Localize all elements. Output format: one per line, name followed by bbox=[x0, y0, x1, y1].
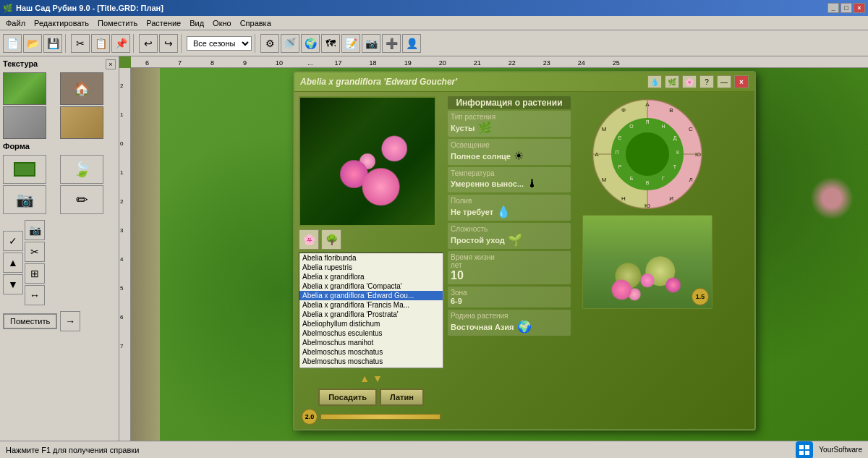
tb-note[interactable]: 📝 bbox=[341, 34, 360, 53]
title-bar-controls: _ □ × bbox=[827, 3, 865, 13]
svg-text:П: П bbox=[615, 150, 618, 155]
tool-up[interactable]: ▲ bbox=[3, 253, 23, 273]
texture-label: Текстура bbox=[3, 59, 38, 68]
lifetime-value: 10 bbox=[451, 269, 464, 282]
plant-item-11[interactable]: Abelmoschus moschatus bbox=[299, 357, 443, 366]
dlg-close-button[interactable]: × bbox=[734, 75, 749, 88]
tb-health[interactable]: ➕ bbox=[382, 34, 401, 53]
complexity-value-row: Простой уход 🌱 bbox=[451, 233, 568, 247]
garden-canvas[interactable]: 6 7 8 9 10 ... 17 18 19 20 21 22 23 24 2… bbox=[119, 56, 868, 441]
dialog-left-column: 🌸 🌳 Abelia floribunda Abelia rupestris A… bbox=[299, 96, 443, 425]
svg-rect-33 bbox=[805, 445, 809, 449]
place-button[interactable]: Поместить bbox=[3, 313, 57, 329]
texture-grass[interactable] bbox=[3, 72, 46, 105]
scale-bar[interactable] bbox=[320, 414, 441, 420]
tb-undo[interactable]: ↩ bbox=[139, 34, 158, 53]
plant-item-8[interactable]: Abelmoschus esculentus bbox=[299, 328, 443, 338]
main-area: Текстура × 🏠 Форма 🍃 📷 ✏ ✓ ▲ ▼ 📷 bbox=[0, 56, 868, 441]
dlg-leaf-icon[interactable]: 🌿 bbox=[665, 75, 679, 88]
tb-settings[interactable]: ⚙ bbox=[260, 34, 279, 53]
tool-arrow[interactable]: → bbox=[60, 311, 80, 331]
shape-tool[interactable]: ✏ bbox=[60, 185, 103, 214]
temp-icon: 🌡 bbox=[527, 177, 538, 190]
tb-map[interactable]: 🗺 bbox=[321, 34, 340, 53]
dlg-flower-icon[interactable]: 🌸 bbox=[682, 75, 697, 88]
tool-grid[interactable]: ⊞ bbox=[25, 263, 45, 284]
minimize-button[interactable]: _ bbox=[827, 3, 839, 13]
sep4 bbox=[255, 34, 258, 53]
plant-item-3[interactable]: Abelia x grandiflora 'Compacta' bbox=[299, 281, 443, 291]
list-scroll-up[interactable]: ▲ bbox=[359, 373, 370, 384]
lifetime-label: Время жизни лет bbox=[451, 253, 568, 269]
menu-help[interactable]: Справка bbox=[236, 18, 276, 28]
tool-camera2[interactable]: 📷 bbox=[25, 220, 45, 240]
info-temp: Температура Умеренно вынос... 🌡 bbox=[448, 167, 571, 192]
ruler-horizontal: 6 7 8 9 10 ... 17 18 19 20 21 22 23 24 2… bbox=[131, 56, 868, 68]
dialog-controls: 💧 🌿 🌸 ? — × bbox=[647, 75, 749, 88]
shape-camera[interactable]: 📷 bbox=[3, 185, 46, 214]
tb-copy[interactable]: 📋 bbox=[91, 34, 110, 53]
plant-button[interactable]: Посадить bbox=[318, 389, 377, 406]
menu-file[interactable]: Файл bbox=[1, 18, 30, 28]
texture-house[interactable]: 🏠 bbox=[60, 72, 103, 105]
tb-person[interactable]: 👤 bbox=[402, 34, 421, 53]
menu-place[interactable]: Поместить bbox=[93, 18, 142, 28]
tool-check[interactable]: ✓ bbox=[3, 231, 23, 251]
tb-paste[interactable]: 📌 bbox=[111, 34, 130, 53]
svg-text:Т: Т bbox=[673, 164, 677, 169]
menu-view[interactable]: Вид bbox=[185, 18, 208, 28]
menu-edit[interactable]: Редактировать bbox=[30, 18, 93, 28]
dialog-body: 🌸 🌳 Abelia floribunda Abelia rupestris A… bbox=[294, 92, 754, 429]
plant-dialog: Abelia x grandiflora 'Edward Goucher' 💧 … bbox=[293, 71, 756, 431]
svg-text:Г: Г bbox=[662, 176, 665, 181]
tb-globe[interactable]: 🌍 bbox=[301, 34, 320, 53]
plant-item-10[interactable]: Abelmoschus moschatus bbox=[299, 347, 443, 357]
panel-close[interactable]: × bbox=[106, 59, 116, 69]
menu-plant[interactable]: Растение bbox=[142, 18, 185, 28]
tool-move[interactable]: ↔ bbox=[25, 285, 45, 305]
plant-item-4[interactable]: Abelia x grandiflora 'Edward Gou... bbox=[299, 291, 443, 300]
dlg-help-icon[interactable]: ? bbox=[699, 75, 714, 88]
dlg-water-icon[interactable]: 💧 bbox=[647, 75, 662, 88]
origin-value: Восточная Азия bbox=[451, 323, 514, 331]
light-value-row: Полное солнце ☀ bbox=[451, 149, 568, 163]
tb-sprinkler[interactable]: 🚿 bbox=[281, 34, 299, 53]
close-button[interactable]: × bbox=[854, 3, 865, 13]
season-select[interactable]: Все сезоны Весна Лето Осень Зима bbox=[187, 36, 252, 51]
plant-item-0[interactable]: Abelia floribunda bbox=[299, 253, 443, 263]
dlg-minimize-icon[interactable]: — bbox=[717, 75, 731, 88]
list-scroll-down[interactable]: ▼ bbox=[373, 373, 383, 384]
plant-item-2[interactable]: Abelia x grandiflora bbox=[299, 272, 443, 281]
zone-label: Зона bbox=[451, 289, 568, 297]
tb-new[interactable]: 📄 bbox=[3, 34, 22, 53]
latin-button[interactable]: Латин bbox=[380, 389, 424, 406]
maximize-button[interactable]: □ bbox=[841, 3, 852, 13]
app-icon: 🌿 bbox=[3, 4, 13, 13]
tb-save[interactable]: 💾 bbox=[43, 34, 62, 53]
svg-text:И: И bbox=[669, 195, 673, 202]
tool-scissors[interactable]: ✂ bbox=[25, 242, 45, 262]
icon-flower-btn[interactable]: 🌸 bbox=[299, 229, 319, 250]
menu-bar: Файл Редактировать Поместить Растение Ви… bbox=[0, 16, 868, 30]
icon-tree-btn[interactable]: 🌳 bbox=[321, 229, 341, 250]
sep2 bbox=[133, 34, 136, 53]
plant-item-9[interactable]: Abelmoschus manihot bbox=[299, 338, 443, 347]
complexity-label: Сложность bbox=[451, 225, 568, 233]
plant-item-6[interactable]: Abelia x grandiflora 'Prostrata' bbox=[299, 310, 443, 319]
shape-free[interactable]: 🍃 bbox=[60, 155, 103, 184]
water-value-row: Не требует 💧 bbox=[451, 205, 568, 219]
texture-4[interactable] bbox=[60, 106, 103, 139]
plant-list[interactable]: Abelia floribunda Abelia rupestris Abeli… bbox=[299, 253, 443, 368]
shape-rect-item[interactable] bbox=[3, 155, 46, 184]
plant-item-5[interactable]: Abelia x grandiflora 'Francis Ma... bbox=[299, 300, 443, 310]
texture-3[interactable] bbox=[3, 106, 46, 139]
tb-cut[interactable]: ✂ bbox=[71, 34, 90, 53]
plant-item-1[interactable]: Abelia rupestris bbox=[299, 263, 443, 272]
plant-item-7[interactable]: Abeliophyllum distichum bbox=[299, 319, 443, 328]
tool-down[interactable]: ▼ bbox=[3, 274, 23, 294]
tb-redo[interactable]: ↪ bbox=[159, 34, 178, 53]
svg-text:Р: Р bbox=[618, 164, 622, 169]
tb-open[interactable]: 📂 bbox=[23, 34, 42, 53]
tb-camera[interactable]: 📷 bbox=[362, 34, 380, 53]
menu-window[interactable]: Окно bbox=[208, 18, 236, 28]
